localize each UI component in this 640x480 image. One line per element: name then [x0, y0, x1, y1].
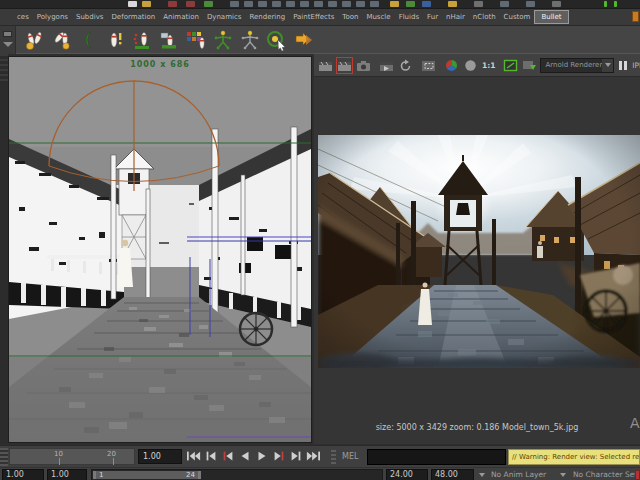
rgb-channels-button[interactable] — [443, 57, 460, 74]
shelf-tab-toon[interactable]: Toon — [338, 11, 362, 23]
auto-keyframe-toggle-cropped[interactable] — [635, 470, 640, 480]
script-warning-message[interactable]: // Warning: Render view: Selected region — [508, 449, 640, 465]
current-time-field[interactable]: 1.00 — [138, 449, 182, 464]
shelf-tab-fluids[interactable]: Fluids — [395, 11, 423, 23]
character-set-dropdown[interactable]: No Character Set — [573, 470, 637, 479]
step-forward-frame-button[interactable] — [272, 450, 286, 462]
step-back-key-button[interactable] — [204, 450, 218, 462]
shelf-tab-animation[interactable]: Animation — [159, 11, 203, 23]
pause-ipr-button[interactable] — [619, 61, 627, 70]
pause-bar — [619, 61, 622, 70]
shelf-tab-nhair[interactable]: nHair — [442, 11, 469, 23]
step-back-frame-button[interactable] — [221, 450, 235, 462]
ragdoll-green-icon[interactable] — [211, 28, 235, 52]
time-slider[interactable]: 10 20 — [9, 448, 135, 465]
toolbar-icon-fragment — [186, 1, 195, 7]
toolbar-icon-fragment — [474, 1, 483, 7]
layout-grip[interactable] — [0, 448, 8, 466]
panel-gutter[interactable] — [0, 54, 8, 444]
alpha-channel-icon — [463, 59, 478, 72]
keep-image-button[interactable] — [521, 57, 538, 74]
toolbar-icon-fragment — [614, 1, 617, 7]
pins-scatter-icon[interactable] — [22, 28, 46, 52]
redo-previous-render-button[interactable] — [336, 57, 353, 74]
command-language-toggle[interactable]: MEL — [342, 452, 358, 461]
animation-end-field[interactable]: 48.00 — [431, 469, 474, 480]
pin-grid-glyph — [185, 29, 207, 51]
pin-plate-icon[interactable] — [157, 28, 181, 52]
playback-start-field[interactable]: 1.00 — [2, 469, 44, 480]
playback-end-field[interactable]: 24.00 — [386, 469, 428, 480]
chevron-down-icon[interactable] — [479, 473, 485, 477]
go-to-start-button[interactable] — [187, 450, 201, 462]
play-forwards-icon — [255, 451, 269, 461]
green-crescent-icon[interactable] — [76, 28, 100, 52]
animation-start-field[interactable]: 1.00 — [47, 469, 87, 480]
maya-window: ces Polygons Subdivs Deformation Animati… — [0, 0, 640, 480]
keep-image-icon — [522, 59, 537, 72]
go-to-end-button[interactable] — [306, 450, 320, 462]
renderer-select[interactable]: Arnold Renderer — [540, 58, 614, 73]
ipr-render-button[interactable] — [378, 57, 395, 74]
export-arrows-icon[interactable] — [292, 28, 316, 52]
shelf-tab-fur[interactable]: Fur — [423, 11, 442, 23]
pin-exclaim-icon[interactable] — [103, 28, 127, 52]
render-view-canvas[interactable]: size: 5000 x 3429 zoom: 0.186 Model_town… — [314, 77, 640, 444]
toolbar-icon-fragment — [258, 1, 267, 7]
shelf-tab-rendering[interactable]: Rendering — [245, 11, 289, 23]
toolbar-icon-fragment — [406, 1, 415, 7]
shelf-tab-painteffects[interactable]: PaintEffects — [289, 11, 338, 23]
command-line-input[interactable] — [367, 449, 506, 465]
shelf-tab-ncloth[interactable]: nCloth — [469, 11, 500, 23]
step-forward-key-button[interactable] — [289, 450, 303, 462]
shelf-tab-muscle[interactable]: Muscle — [362, 11, 394, 23]
refresh-ipr-button[interactable] — [397, 57, 414, 74]
rendered-image — [318, 135, 640, 368]
toolbar-icon-fragment — [448, 1, 457, 7]
play-backwards-button[interactable] — [238, 450, 252, 462]
panel-grip-dots[interactable] — [331, 450, 336, 464]
export-arrows-glyph — [293, 29, 315, 51]
resolution-gate-label: 1000 x 686 — [9, 60, 311, 69]
one-to-one-button[interactable]: 1:1 — [481, 57, 496, 74]
display-real-size-button[interactable] — [502, 57, 519, 74]
toolbar-icon-fragment — [370, 1, 379, 7]
ragdoll-green-glyph — [212, 29, 234, 51]
shelf-tab-polygons[interactable]: Polygons — [33, 11, 72, 23]
ipr-clapper-icon — [379, 59, 394, 72]
pin-grid-icon[interactable] — [184, 28, 208, 52]
shelf-overflow-icon[interactable] — [632, 11, 639, 22]
snapshot-button[interactable] — [355, 57, 372, 74]
shelf-tab-custom[interactable]: Custom — [500, 11, 535, 23]
range-slider-handle[interactable]: 1 24 — [93, 471, 201, 479]
toolbar-icon-fragment — [314, 1, 323, 7]
chevron-down-icon[interactable] — [560, 473, 566, 477]
range-slider-row: 1.00 1.00 1 24 24.00 48.00 No Anim Layer… — [0, 467, 640, 480]
range-slider[interactable]: 1 24 — [91, 469, 383, 480]
green-crescent-glyph — [77, 29, 99, 51]
refresh-icon — [398, 59, 413, 72]
top-statusline-toolbar-cropped[interactable] — [0, 0, 640, 9]
perspective-viewport-panel[interactable]: 1000 x 686 — [8, 56, 312, 443]
shelf-tab-subdivs[interactable]: Subdivs — [72, 11, 108, 23]
play-forwards-button[interactable] — [255, 450, 269, 462]
step-back-frame-icon — [221, 451, 235, 461]
shelf-tab-dynamics[interactable]: Dynamics — [203, 11, 246, 23]
pin-spring-icon[interactable] — [130, 28, 154, 52]
solver-select-icon[interactable] — [265, 28, 289, 52]
shelf-tab-surfaces-cropped[interactable]: ces — [13, 11, 33, 23]
ragdoll-gray-icon[interactable] — [238, 28, 262, 52]
pause-bar — [624, 61, 627, 70]
anim-layer-dropdown[interactable]: No Anim Layer — [491, 470, 546, 479]
render-button[interactable] — [317, 57, 334, 74]
shelf-tab-bullet-active[interactable]: Bullet — [534, 10, 568, 24]
play-backwards-icon — [238, 451, 252, 461]
shelf-collapse-arrow-button[interactable] — [3, 42, 13, 47]
alpha-channel-button[interactable] — [462, 57, 479, 74]
toolbar-icon-fragment — [422, 1, 431, 7]
chevron-down-icon — [602, 59, 613, 72]
shelf-menu-button[interactable] — [3, 31, 12, 37]
pins-pair-icon[interactable] — [49, 28, 73, 52]
ipr-region-button[interactable] — [420, 57, 437, 74]
shelf-tab-deformation[interactable]: Deformation — [107, 11, 159, 23]
